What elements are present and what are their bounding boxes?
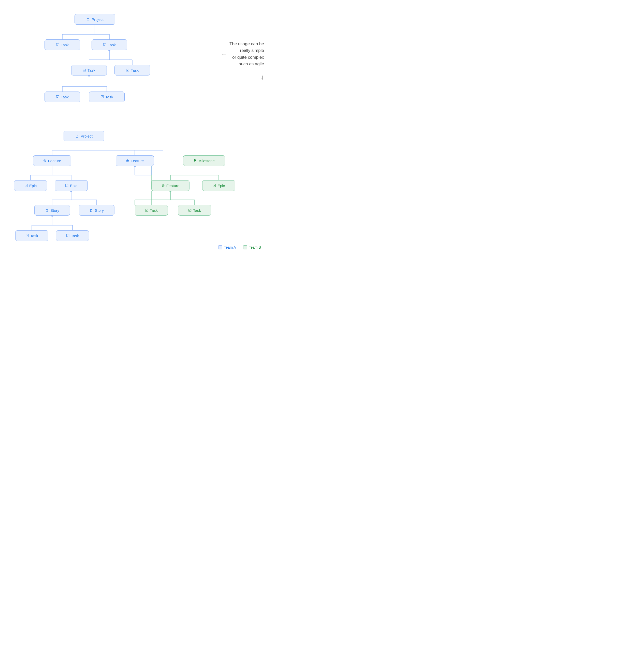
legend-team-a: Team A (218, 245, 236, 249)
node-d2-feature1: ⊕ Feature (33, 155, 71, 166)
node-d2-story2: 🗒 Story (79, 205, 114, 215)
node-d2-story2-icon: 🗒 (90, 208, 93, 212)
node-d1-task2: ☑ Task (92, 39, 127, 50)
node-d2-story1-icon: 🗒 (45, 208, 49, 212)
annotation-arrow-down: ↓ (205, 72, 264, 82)
node-d1-task3-icon: ☑ (83, 68, 86, 72)
node-d2-task-g1-icon: ☑ (145, 208, 148, 212)
node-d2-milestone: ⚑ Milestone (183, 155, 225, 166)
node-d2-epic2-icon: ☑ (65, 183, 68, 188)
node-d1-task4-icon: ☑ (126, 68, 129, 72)
node-project-1-icon: 🗋 (86, 17, 90, 22)
node-d1-task2-label: Task (108, 43, 116, 47)
node-d2-task1-label: Task (30, 234, 38, 238)
legend-team-b-label: Team B (249, 245, 261, 249)
node-d2-story1: 🗒 Story (34, 205, 70, 215)
node-d1-task5-label: Task (61, 95, 69, 99)
node-d1-task5: ☑ Task (45, 92, 80, 102)
node-d1-task6: ☑ Task (89, 92, 125, 102)
legend-team-a-label: Team A (224, 245, 236, 249)
node-d2-milestone-label: Milestone (198, 159, 215, 163)
node-d1-task3-label: Task (88, 68, 95, 72)
node-d2-task2: ☑ Task (56, 230, 89, 241)
node-d2-feature2-icon: ⊕ (126, 158, 129, 163)
node-d2-epic1-icon: ☑ (24, 183, 28, 188)
node-d1-task1-icon: ☑ (56, 43, 59, 47)
node-d2-epic1-label: Epic (29, 184, 37, 188)
node-d2-task-g2-icon: ☑ (188, 208, 192, 212)
node-d2-feature2-label: Feature (131, 159, 144, 163)
node-d1-task1: ☑ Task (45, 39, 80, 50)
node-d2-task2-icon: ☑ (66, 233, 69, 238)
node-d2-task-g1-label: Task (150, 208, 158, 212)
node-d2-feature3-icon: ⊕ (161, 183, 165, 188)
legend-team-b-box (243, 245, 247, 249)
node-d2-project: 🗋 Project (64, 131, 104, 141)
node-d2-epic3-label: Epic (218, 184, 225, 188)
node-d2-feature2: ⊕ Feature (116, 155, 154, 166)
node-d1-task4: ☑ Task (114, 65, 150, 75)
node-d2-project-icon: 🗋 (75, 134, 79, 138)
node-d2-task-g1: ☑ Task (135, 205, 168, 215)
node-d1-task3: ☑ Task (71, 65, 107, 75)
annotation-line4: such as agile (229, 61, 264, 67)
annotation-line1: The usage can be (229, 41, 264, 47)
node-d2-feature1-label: Feature (48, 159, 61, 163)
legend-team-b: Team B (243, 245, 261, 249)
node-d2-feature3-label: Feature (166, 184, 180, 188)
node-d1-task4-label: Task (131, 68, 139, 72)
node-d2-epic3-icon: ☑ (213, 183, 216, 188)
node-d2-epic3: ☑ Epic (202, 180, 235, 191)
node-project-1: 🗋 Project (74, 14, 115, 25)
annotation-line3: or quite complex (229, 54, 264, 61)
node-d2-milestone-icon: ⚑ (194, 158, 197, 163)
diagram-section-1: 🗋 Project ☑ Task ☑ Task ☑ Task ☑ Task ☑ … (0, 0, 271, 117)
annotation-text: ← The usage can be really simple or quit… (205, 41, 264, 82)
node-d2-epic2: ☑ Epic (55, 180, 88, 191)
node-d2-task-g2-label: Task (193, 208, 201, 212)
node-d2-story2-label: Story (95, 208, 104, 212)
diagram-section-2: 🗋 Project ⊕ Feature ⊕ Feature ⚑ Mileston… (0, 122, 271, 257)
node-d1-task1-label: Task (61, 43, 69, 47)
node-d2-epic2-label: Epic (70, 184, 77, 188)
legend-team-a-box (218, 245, 222, 249)
node-d2-task1: ☑ Task (15, 230, 48, 241)
node-d2-epic1: ☑ Epic (14, 180, 47, 191)
legend: Team A Team B (218, 245, 261, 249)
node-d2-task-g2: ☑ Task (178, 205, 211, 215)
node-d1-task2-icon: ☑ (103, 43, 106, 47)
node-d2-feature3: ⊕ Feature (151, 180, 190, 191)
node-project-1-label: Project (92, 17, 104, 22)
node-d1-task6-icon: ☑ (101, 95, 104, 99)
node-d1-task5-icon: ☑ (56, 95, 59, 99)
node-d2-task1-icon: ☑ (25, 233, 29, 238)
node-d2-story1-label: Story (50, 208, 59, 212)
annotation-line2: really simple (229, 47, 264, 54)
node-d1-task6-label: Task (105, 95, 113, 99)
node-d2-project-label: Project (81, 134, 93, 138)
node-d2-task2-label: Task (71, 234, 79, 238)
node-d2-feature1-icon: ⊕ (43, 158, 47, 163)
